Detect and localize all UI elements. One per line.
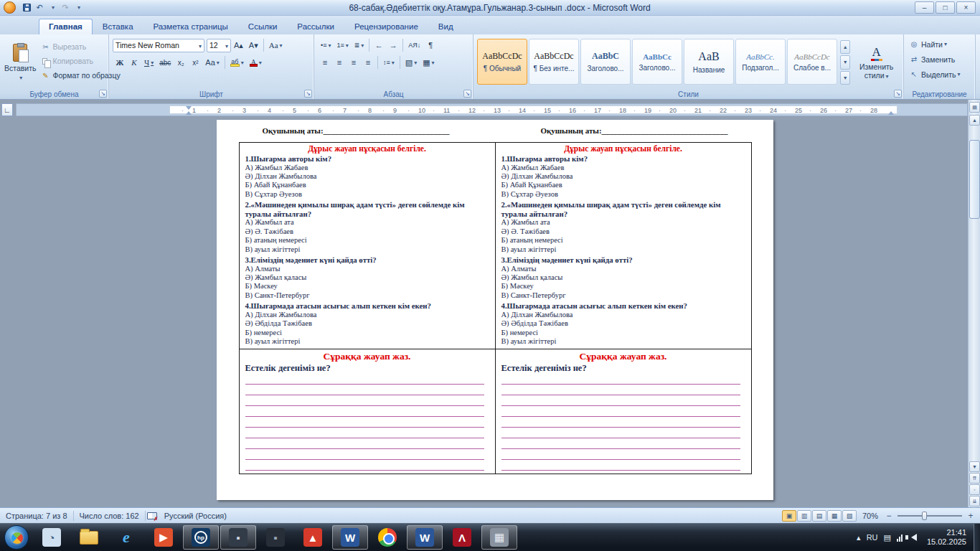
styles-scroll-down-button[interactable]: ▼ bbox=[840, 55, 850, 69]
bold-button[interactable]: Ж bbox=[113, 56, 126, 70]
paragraph-dialog-launcher[interactable]: ↘ bbox=[463, 90, 471, 98]
redo-button[interactable]: ↷ bbox=[59, 1, 72, 14]
tab-разметка-страницы[interactable]: Разметка страницы bbox=[143, 19, 238, 34]
quiz-cell-left[interactable]: Дұрыс жауап нұсқасын белгіле.1.Шығарма а… bbox=[239, 143, 495, 349]
word-count[interactable]: Число слов: 162 bbox=[74, 512, 145, 520]
view-web-layout[interactable]: ▤ bbox=[812, 510, 826, 522]
style-слабое-в[interactable]: AaBbCcDcСлабое в... bbox=[787, 39, 837, 85]
numbering-button[interactable]: 1≡ bbox=[334, 39, 350, 52]
view-print-layout[interactable]: ▣ bbox=[782, 510, 796, 522]
language-indicator[interactable]: Русский (Россия) bbox=[159, 512, 232, 520]
zoom-slider-thumb[interactable] bbox=[922, 512, 927, 520]
styles-more-button[interactable]: ▼ bbox=[840, 71, 850, 85]
vertical-scrollbar[interactable]: ▤ ▲ ▼ ⇈ ◦ ⇊ bbox=[968, 100, 980, 507]
page-indicator[interactable]: Страница: 7 из 8 bbox=[0, 512, 73, 520]
font-color-button[interactable]: А bbox=[248, 56, 264, 70]
style-обычный[interactable]: AaBbCcDc¶ Обычный bbox=[477, 39, 527, 85]
proofing-icon[interactable] bbox=[147, 512, 157, 519]
find-button[interactable]: ◎ Найти bbox=[906, 37, 973, 52]
increase-indent-button[interactable]: → bbox=[387, 39, 400, 52]
font-size-combo[interactable]: 12 bbox=[207, 39, 231, 52]
font-family-combo[interactable]: Times New Roman bbox=[113, 39, 204, 52]
replace-button[interactable]: ⇄ Заменить bbox=[906, 52, 973, 67]
taskbar-word-window-1[interactable]: W bbox=[332, 525, 368, 550]
styles-scroll-up-button[interactable]: ▲ bbox=[840, 40, 850, 54]
scroll-down-button[interactable]: ▼ bbox=[969, 461, 980, 472]
align-center-button[interactable]: ≡ bbox=[333, 56, 346, 70]
minimize-button[interactable]: – bbox=[915, 1, 934, 14]
start-button[interactable] bbox=[4, 525, 29, 550]
taskbar-screen-keyboard[interactable]: ▦ bbox=[481, 525, 517, 550]
scrollbar-thumb[interactable] bbox=[969, 140, 980, 219]
first-line-indent-marker[interactable] bbox=[186, 106, 192, 110]
borders-button[interactable]: ▦ bbox=[420, 56, 436, 70]
shrink-font-button[interactable]: А▾ bbox=[247, 39, 260, 52]
taskbar-word-window-2[interactable]: W bbox=[407, 525, 443, 550]
horizontal-ruler[interactable]: ·1·2·3·4·5·6·7·8·9·10·11·12·13·14·15·16·… bbox=[16, 103, 968, 116]
tab-вид[interactable]: Вид bbox=[428, 19, 463, 34]
styles-dialog-launcher[interactable]: ↘ bbox=[894, 90, 902, 98]
italic-button[interactable]: К bbox=[128, 56, 141, 70]
select-browse-object-button[interactable]: ◦ bbox=[969, 484, 980, 495]
clipboard-dialog-launcher[interactable]: ↘ bbox=[99, 90, 107, 98]
right-indent-marker[interactable] bbox=[888, 111, 894, 115]
tab-ссылки[interactable]: Ссылки bbox=[238, 19, 288, 34]
undo-button[interactable]: ↶ bbox=[33, 1, 46, 14]
language-switcher[interactable]: RU bbox=[867, 533, 878, 542]
highlight-color-button[interactable]: аб bbox=[228, 56, 246, 70]
tab-selector[interactable]: ∟ bbox=[1, 103, 13, 116]
select-button[interactable]: ↖ Выделить bbox=[906, 67, 973, 82]
multilevel-list-button[interactable]: ≣ bbox=[352, 39, 367, 52]
change-styles-button[interactable]: А Изменить стили bbox=[853, 39, 900, 86]
underline-button[interactable]: Ч bbox=[142, 56, 156, 70]
zoom-in-button[interactable]: + bbox=[966, 511, 976, 521]
view-outline[interactable]: ▦ bbox=[827, 510, 842, 522]
clear-formatting-button[interactable]: Aa bbox=[267, 39, 285, 52]
zoom-slider[interactable] bbox=[897, 515, 962, 517]
style-название[interactable]: AaBНазвание bbox=[684, 39, 734, 85]
show-marks-button[interactable]: ¶ bbox=[424, 39, 437, 52]
tab-главная[interactable]: Главная bbox=[39, 19, 93, 34]
tab-рассылки[interactable]: Рассылки bbox=[287, 19, 344, 34]
taskbar-viewer-app[interactable]: ◔ bbox=[34, 525, 70, 550]
shading-button[interactable]: ▧ bbox=[403, 56, 419, 70]
subscript-button[interactable]: x₂ bbox=[174, 56, 187, 70]
close-button[interactable]: × bbox=[956, 1, 976, 14]
show-desktop-button[interactable] bbox=[974, 524, 980, 551]
tray-monitor-icon[interactable]: ▤ bbox=[884, 533, 891, 542]
tab-вставка[interactable]: Вставка bbox=[93, 19, 143, 34]
undo-dropdown[interactable] bbox=[46, 1, 59, 14]
volume-icon[interactable] bbox=[908, 534, 917, 541]
answer-cell-left[interactable]: Сұраққа жауап жаз.Естелік дегеніміз не? bbox=[239, 349, 495, 474]
paste-button[interactable]: Вставить bbox=[4, 38, 37, 87]
qat-customize-button[interactable] bbox=[72, 1, 85, 14]
previous-page-button[interactable]: ⇈ bbox=[969, 473, 980, 484]
tray-expand-icon[interactable]: ▴ bbox=[857, 533, 861, 542]
tab-рецензирование[interactable]: Рецензирование bbox=[344, 19, 428, 34]
document-page[interactable]: Оқушының аты:___________________________… bbox=[217, 120, 773, 500]
style-без-инте[interactable]: AaBbCcDc¶ Без инте... bbox=[529, 39, 579, 85]
superscript-button[interactable]: x² bbox=[189, 56, 202, 70]
view-draft[interactable]: ▧ bbox=[842, 510, 857, 522]
next-page-button[interactable]: ⇊ bbox=[969, 496, 980, 507]
strikethrough-button[interactable]: abc bbox=[157, 56, 173, 70]
decrease-indent-button[interactable]: ← bbox=[372, 39, 385, 52]
taskbar-internet-explorer[interactable]: e bbox=[108, 525, 144, 550]
taskbar-console-app[interactable]: ▪ bbox=[220, 525, 256, 550]
answer-cell-right[interactable]: Сұраққа жауап жаз.Естелік дегеніміз не? bbox=[495, 349, 751, 474]
taskbar-chrome[interactable] bbox=[369, 525, 405, 550]
style-подзагол[interactable]: AaBbCc.Подзагол... bbox=[735, 39, 786, 85]
maximize-button[interactable]: □ bbox=[936, 1, 955, 14]
ruler-toggle-button[interactable]: ▤ bbox=[969, 102, 980, 113]
align-right-button[interactable]: ≡ bbox=[347, 56, 360, 70]
network-icon[interactable] bbox=[897, 534, 903, 542]
change-case-button[interactable]: Aa bbox=[203, 56, 221, 70]
font-dialog-launcher[interactable]: ↘ bbox=[304, 90, 312, 98]
zoom-out-button[interactable]: − bbox=[884, 511, 894, 521]
bullets-button[interactable]: •≡ bbox=[319, 39, 333, 52]
save-button[interactable] bbox=[20, 1, 33, 14]
scroll-up-button[interactable]: ▲ bbox=[969, 115, 980, 126]
taskbar-explorer[interactable] bbox=[71, 525, 107, 550]
style-заголово[interactable]: AaBbCЗаголово... bbox=[580, 39, 631, 85]
taskbar-adobe-reader[interactable]: Λ bbox=[444, 525, 480, 550]
